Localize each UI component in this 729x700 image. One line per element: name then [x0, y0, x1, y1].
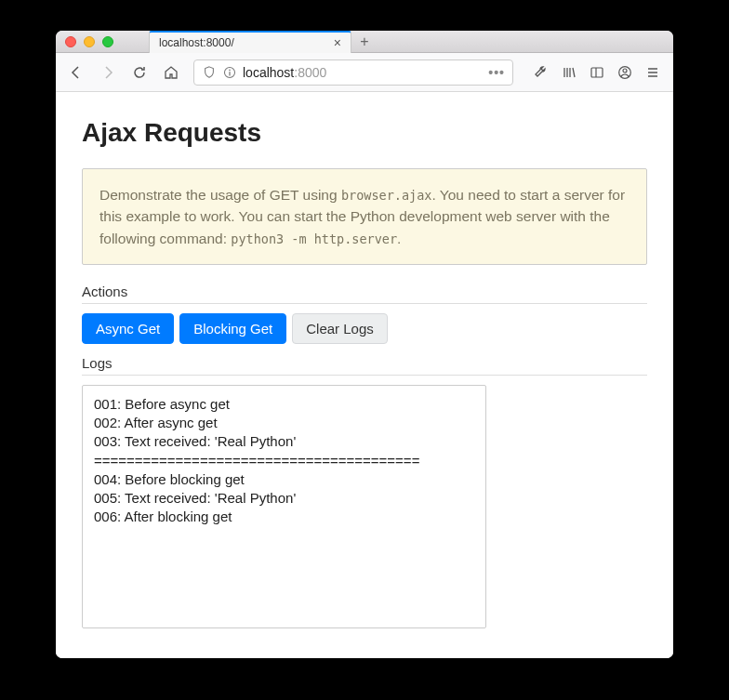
logs-label: Logs — [82, 355, 647, 371]
hamburger-icon — [645, 65, 660, 80]
tab-strip: localhost:8000/ × + — [149, 31, 378, 53]
close-tab-icon[interactable]: × — [334, 35, 341, 50]
divider — [82, 375, 647, 376]
info-icon — [222, 65, 237, 80]
devtools-button[interactable] — [528, 59, 554, 86]
shield-icon — [202, 65, 217, 80]
url-text: localhost:8000 — [243, 65, 483, 80]
back-button[interactable] — [63, 59, 89, 86]
callout-text-3: . — [397, 231, 401, 246]
async-get-button[interactable]: Async Get — [82, 313, 174, 344]
home-button[interactable] — [158, 59, 184, 86]
divider — [82, 303, 647, 304]
library-button[interactable] — [556, 59, 582, 86]
url-host: localhost — [243, 65, 294, 80]
menu-button[interactable] — [640, 59, 666, 86]
address-bar[interactable]: localhost:8000 ••• — [193, 59, 513, 86]
titlebar: localhost:8000/ × + — [56, 31, 673, 53]
reload-button[interactable] — [126, 59, 152, 86]
toolbar: localhost:8000 ••• — [56, 53, 673, 92]
sidebar-icon — [590, 65, 604, 80]
page-content: Ajax Requests Demonstrate the usage of G… — [56, 92, 673, 658]
page-actions-icon[interactable]: ••• — [488, 65, 505, 80]
reload-icon — [132, 65, 147, 80]
callout-text-1: Demonstrate the usage of GET using — [99, 187, 341, 203]
account-icon — [617, 65, 632, 80]
url-port: :8000 — [294, 65, 326, 80]
svg-point-1 — [229, 69, 231, 71]
logs-output: 001: Before async get 002: After async g… — [82, 385, 486, 628]
forward-button[interactable] — [95, 59, 121, 86]
callout-code-2: python3 -m http.server — [231, 231, 397, 246]
actions-label: Actions — [82, 284, 647, 299]
minimize-window-button[interactable] — [84, 36, 95, 47]
home-icon — [164, 65, 179, 80]
button-row: Async Get Blocking Get Clear Logs — [82, 313, 647, 344]
svg-rect-3 — [591, 68, 603, 77]
svg-point-6 — [623, 69, 627, 73]
clear-logs-button[interactable]: Clear Logs — [292, 313, 388, 344]
callout-code-1: browser.ajax — [341, 188, 432, 203]
browser-tab[interactable]: localhost:8000/ × — [149, 31, 351, 53]
arrow-right-icon — [100, 65, 115, 80]
account-button[interactable] — [612, 59, 638, 86]
maximize-window-button[interactable] — [102, 36, 113, 47]
sidebar-button[interactable] — [584, 59, 610, 86]
window-controls — [65, 36, 113, 47]
toolbar-right — [528, 59, 666, 86]
arrow-left-icon — [69, 65, 84, 80]
close-window-button[interactable] — [65, 36, 76, 47]
wrench-icon — [534, 65, 549, 80]
new-tab-button[interactable]: + — [351, 31, 378, 53]
library-icon — [562, 65, 577, 80]
browser-window: localhost:8000/ × + localhost — [56, 31, 673, 658]
svg-rect-2 — [229, 72, 230, 75]
page-title: Ajax Requests — [82, 118, 647, 148]
blocking-get-button[interactable]: Blocking Get — [179, 313, 286, 344]
tab-title: localhost:8000/ — [159, 36, 326, 49]
callout-box: Demonstrate the usage of GET using brows… — [82, 168, 647, 265]
